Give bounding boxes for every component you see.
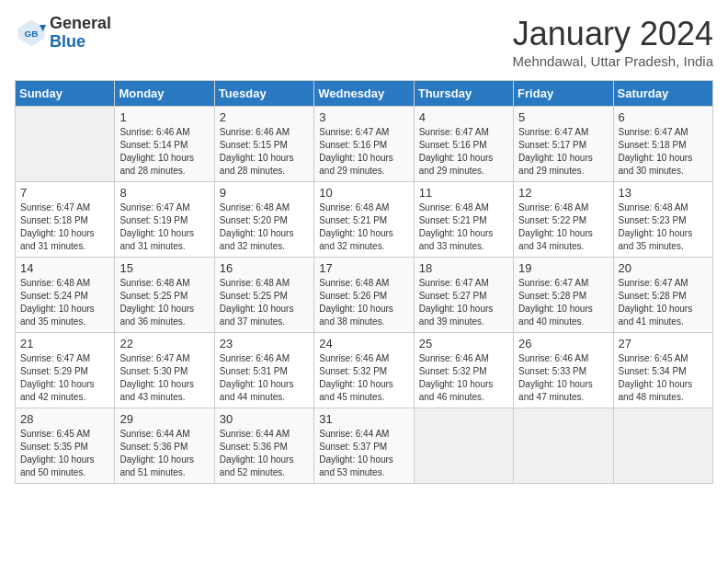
day-info: Sunrise: 6:44 AM Sunset: 5:36 PM Dayligh… (220, 428, 309, 479)
calendar-cell: 30Sunrise: 6:44 AM Sunset: 5:36 PM Dayli… (214, 408, 313, 484)
calendar-cell: 23Sunrise: 6:46 AM Sunset: 5:31 PM Dayli… (214, 333, 313, 408)
calendar-cell (613, 408, 712, 484)
calendar-cell: 29Sunrise: 6:44 AM Sunset: 5:36 PM Dayli… (115, 408, 214, 484)
col-header-tuesday: Tuesday (214, 81, 313, 107)
calendar-cell (514, 408, 613, 484)
day-info: Sunrise: 6:44 AM Sunset: 5:37 PM Dayligh… (319, 428, 408, 479)
day-info: Sunrise: 6:46 AM Sunset: 5:15 PM Dayligh… (220, 126, 309, 178)
calendar-cell (414, 408, 513, 484)
calendar-cell: 13Sunrise: 6:48 AM Sunset: 5:23 PM Dayli… (613, 182, 712, 258)
calendar-week-row: 14Sunrise: 6:48 AM Sunset: 5:24 PM Dayli… (16, 258, 713, 333)
day-number: 31 (319, 412, 408, 426)
calendar-cell: 25Sunrise: 6:46 AM Sunset: 5:32 PM Dayli… (414, 333, 513, 408)
day-number: 15 (119, 261, 209, 275)
calendar-cell: 14Sunrise: 6:48 AM Sunset: 5:24 PM Dayli… (16, 258, 115, 333)
day-number: 26 (518, 337, 608, 350)
day-number: 19 (518, 261, 608, 275)
day-number: 12 (518, 186, 608, 200)
day-number: 28 (20, 412, 109, 426)
day-info: Sunrise: 6:47 AM Sunset: 5:27 PM Dayligh… (419, 277, 508, 328)
calendar-cell: 10Sunrise: 6:48 AM Sunset: 5:21 PM Dayli… (314, 182, 414, 258)
calendar-cell: 11Sunrise: 6:48 AM Sunset: 5:21 PM Dayli… (414, 182, 513, 258)
calendar-week-row: 1Sunrise: 6:46 AM Sunset: 5:14 PM Daylig… (16, 107, 713, 182)
title-block: January 2024 Mehndawal, Uttar Pradesh, I… (513, 15, 713, 69)
day-info: Sunrise: 6:46 AM Sunset: 5:31 PM Dayligh… (220, 352, 309, 404)
col-header-sunday: Sunday (16, 81, 115, 107)
day-number: 8 (119, 186, 209, 200)
col-header-thursday: Thursday (414, 81, 513, 107)
calendar-table: SundayMondayTuesdayWednesdayThursdayFrid… (15, 80, 713, 484)
day-number: 21 (20, 337, 109, 350)
day-info: Sunrise: 6:45 AM Sunset: 5:34 PM Dayligh… (619, 352, 708, 404)
calendar-cell: 6Sunrise: 6:47 AM Sunset: 5:18 PM Daylig… (613, 107, 712, 182)
day-info: Sunrise: 6:47 AM Sunset: 5:18 PM Dayligh… (619, 126, 708, 178)
logo-general-text: General (50, 15, 111, 33)
calendar-cell: 28Sunrise: 6:45 AM Sunset: 5:35 PM Dayli… (16, 408, 115, 484)
calendar-cell: 1Sunrise: 6:46 AM Sunset: 5:14 PM Daylig… (115, 107, 214, 182)
calendar-cell: 20Sunrise: 6:47 AM Sunset: 5:28 PM Dayli… (613, 258, 712, 333)
calendar-cell: 4Sunrise: 6:47 AM Sunset: 5:16 PM Daylig… (414, 107, 513, 182)
calendar-cell: 22Sunrise: 6:47 AM Sunset: 5:30 PM Dayli… (115, 333, 214, 408)
day-info: Sunrise: 6:47 AM Sunset: 5:18 PM Dayligh… (20, 201, 109, 253)
calendar-cell: 5Sunrise: 6:47 AM Sunset: 5:17 PM Daylig… (514, 107, 613, 182)
day-number: 13 (619, 186, 708, 200)
day-number: 5 (518, 110, 608, 124)
calendar-cell: 18Sunrise: 6:47 AM Sunset: 5:27 PM Dayli… (414, 258, 513, 333)
day-number: 29 (119, 412, 209, 426)
day-info: Sunrise: 6:46 AM Sunset: 5:33 PM Dayligh… (518, 352, 608, 404)
day-number: 20 (619, 261, 708, 275)
calendar-cell (16, 107, 115, 182)
calendar-cell: 9Sunrise: 6:48 AM Sunset: 5:20 PM Daylig… (214, 182, 313, 258)
logo-blue-text: Blue (50, 33, 111, 52)
day-number: 2 (220, 110, 309, 124)
day-info: Sunrise: 6:47 AM Sunset: 5:28 PM Dayligh… (518, 277, 608, 328)
day-number: 14 (20, 261, 109, 275)
day-info: Sunrise: 6:48 AM Sunset: 5:25 PM Dayligh… (220, 277, 309, 328)
calendar-header-row: SundayMondayTuesdayWednesdayThursdayFrid… (16, 81, 713, 107)
day-info: Sunrise: 6:47 AM Sunset: 5:19 PM Dayligh… (119, 201, 209, 253)
page-header: GB General Blue January 2024 Mehndawal, … (15, 15, 713, 69)
day-info: Sunrise: 6:47 AM Sunset: 5:16 PM Dayligh… (319, 126, 408, 178)
day-info: Sunrise: 6:48 AM Sunset: 5:26 PM Dayligh… (319, 277, 408, 328)
day-info: Sunrise: 6:46 AM Sunset: 5:14 PM Dayligh… (119, 126, 209, 178)
col-header-wednesday: Wednesday (314, 81, 414, 107)
day-number: 9 (220, 186, 309, 200)
calendar-cell: 8Sunrise: 6:47 AM Sunset: 5:19 PM Daylig… (115, 182, 214, 258)
day-number: 10 (319, 186, 408, 200)
day-info: Sunrise: 6:48 AM Sunset: 5:25 PM Dayligh… (119, 277, 209, 328)
day-info: Sunrise: 6:47 AM Sunset: 5:28 PM Dayligh… (619, 277, 708, 328)
day-number: 18 (419, 261, 508, 275)
col-header-saturday: Saturday (613, 81, 712, 107)
day-info: Sunrise: 6:47 AM Sunset: 5:17 PM Dayligh… (518, 126, 608, 178)
day-number: 30 (220, 412, 309, 426)
calendar-week-row: 28Sunrise: 6:45 AM Sunset: 5:35 PM Dayli… (16, 408, 713, 484)
day-number: 6 (619, 110, 708, 124)
day-number: 25 (419, 337, 508, 350)
day-number: 11 (419, 186, 508, 200)
day-number: 1 (119, 110, 209, 124)
calendar-cell: 16Sunrise: 6:48 AM Sunset: 5:25 PM Dayli… (214, 258, 313, 333)
day-info: Sunrise: 6:47 AM Sunset: 5:30 PM Dayligh… (119, 352, 209, 404)
day-info: Sunrise: 6:47 AM Sunset: 5:29 PM Dayligh… (20, 352, 109, 404)
month-title: January 2024 (513, 15, 713, 53)
day-info: Sunrise: 6:48 AM Sunset: 5:22 PM Dayligh… (518, 201, 608, 253)
day-info: Sunrise: 6:47 AM Sunset: 5:16 PM Dayligh… (419, 126, 508, 178)
calendar-cell: 31Sunrise: 6:44 AM Sunset: 5:37 PM Dayli… (314, 408, 414, 484)
calendar-week-row: 7Sunrise: 6:47 AM Sunset: 5:18 PM Daylig… (16, 182, 713, 258)
col-header-friday: Friday (514, 81, 613, 107)
calendar-week-row: 21Sunrise: 6:47 AM Sunset: 5:29 PM Dayli… (16, 333, 713, 408)
calendar-cell: 12Sunrise: 6:48 AM Sunset: 5:22 PM Dayli… (514, 182, 613, 258)
calendar-cell: 17Sunrise: 6:48 AM Sunset: 5:26 PM Dayli… (314, 258, 414, 333)
day-info: Sunrise: 6:45 AM Sunset: 5:35 PM Dayligh… (20, 428, 109, 479)
day-info: Sunrise: 6:48 AM Sunset: 5:21 PM Dayligh… (319, 201, 408, 253)
col-header-monday: Monday (115, 81, 214, 107)
day-number: 23 (220, 337, 309, 350)
calendar-cell: 3Sunrise: 6:47 AM Sunset: 5:16 PM Daylig… (314, 107, 414, 182)
calendar-cell: 7Sunrise: 6:47 AM Sunset: 5:18 PM Daylig… (16, 182, 115, 258)
day-number: 22 (119, 337, 209, 350)
calendar-cell: 21Sunrise: 6:47 AM Sunset: 5:29 PM Dayli… (16, 333, 115, 408)
logo: GB General Blue (15, 15, 111, 52)
day-info: Sunrise: 6:46 AM Sunset: 5:32 PM Dayligh… (419, 352, 508, 404)
day-number: 17 (319, 261, 408, 275)
day-info: Sunrise: 6:46 AM Sunset: 5:32 PM Dayligh… (319, 352, 408, 404)
